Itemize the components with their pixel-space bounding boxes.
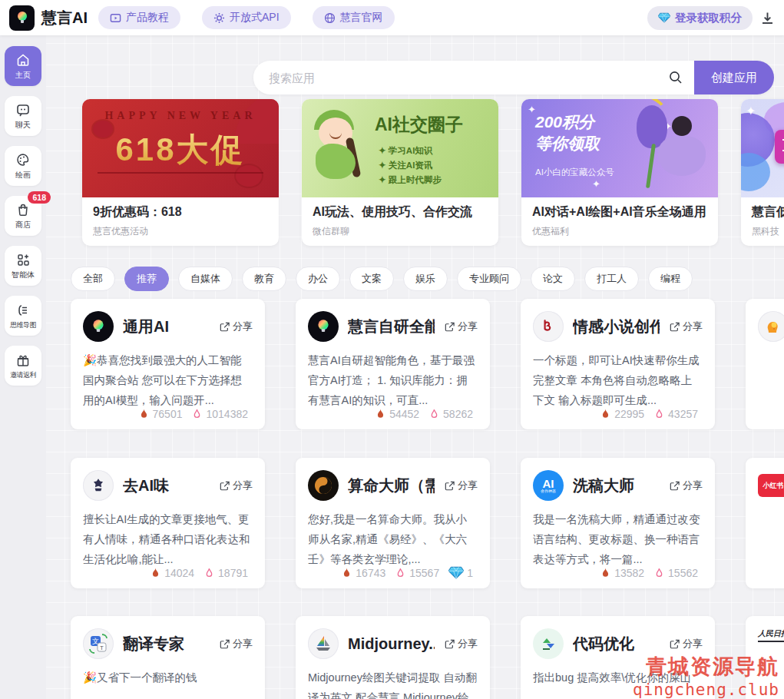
share-button[interactable]: 分享 (669, 479, 703, 492)
nav-label: 慧言官网 (340, 11, 383, 25)
ai-pen-blue-icon: AI会作神器 (533, 470, 564, 501)
banner-row: HAPPY NEW YEAR 618大促 9折优惠码：618 慧言优惠活动 AI… (71, 99, 784, 246)
nav-product-tutorial[interactable]: 产品教程 (98, 6, 180, 29)
app-card-partial[interactable]: 人民日报 (746, 616, 784, 699)
banner-618-image: HAPPY NEW YEAR 618大促 (82, 99, 279, 197)
app-title: 通用AI (123, 316, 210, 337)
share-button[interactable]: 分享 (444, 479, 478, 492)
top-header: 慧言AI 产品教程 开放式API 慧言官网 登录获取积分 (0, 0, 784, 35)
sidebar-item-home[interactable]: 主页 (5, 46, 41, 86)
banner-partial[interactable]: ✦ 慧言低 黑科技 (741, 99, 784, 246)
banner-image-title: 618大促 (82, 128, 279, 171)
banner-618-sale[interactable]: HAPPY NEW YEAR 618大促 9折优惠码：618 慧言优惠活动 (82, 99, 279, 246)
app-card-rewrite-master[interactable]: AI会作神器 洗稿大师 分享 我是一名洗稿大师，精通通过改变语言结构、更改标题、… (521, 458, 715, 588)
rainbow-bulb-icon (83, 311, 114, 342)
download-icon (760, 11, 775, 25)
banner-caption: 慧言低 (752, 204, 784, 220)
share-button[interactable]: 分享 (219, 479, 253, 492)
tab-thesis[interactable]: 论文 (531, 267, 575, 291)
sidebar-item-label: 智能体 (12, 270, 35, 280)
shop-618-badge: 618 (28, 191, 51, 204)
app-grid-row: 去AI味 分享 擅长让AI生成的文章更接地气、更有人情味，精通各种口语化表达和生… (71, 458, 784, 588)
translate-icon: 文 T (83, 628, 114, 659)
tab-all[interactable]: 全部 (71, 267, 115, 291)
tab-consultant[interactable]: 专业顾问 (457, 267, 521, 291)
sidebar-item-referral[interactable]: 邀请返利 (5, 346, 41, 386)
app-card-translate-expert[interactable]: 文 T 翻译专家 分享 🎉又省下一个翻译的钱 (71, 616, 265, 699)
sidebar-item-shop[interactable]: 618 商店 (5, 196, 41, 236)
app-card-fortune-teller[interactable]: 算命大师（需... 分享 您好,我是一名算命大师。我从小师从名家,精通《易经》、… (296, 458, 490, 588)
banner-image-subtitle: AI小白的宝藏公众号 (535, 167, 614, 178)
app-card-huiyan-omni[interactable]: 慧言自研全能... 分享 慧言AI自研超智能角色，基于最强官方AI打造； 1. … (296, 299, 490, 429)
sidebar-item-chat[interactable]: 聊天 (5, 96, 41, 136)
share-label: 分享 (233, 320, 253, 333)
gift-icon (15, 353, 31, 368)
tab-copywriting[interactable]: 文案 (349, 267, 394, 291)
brand-title: 慧言AI (41, 8, 88, 28)
tab-entertainment[interactable]: 娱乐 (403, 267, 448, 291)
tab-recommended[interactable]: 推荐 (124, 267, 169, 291)
sidebar-item-agents[interactable]: 智能体 (5, 246, 41, 286)
sidebar-item-draw[interactable]: 绘画 (5, 146, 41, 186)
login-get-points-button[interactable]: 登录获取积分 (647, 6, 753, 30)
tutorial-video-icon (110, 12, 121, 24)
red-heart-logo-icon (533, 311, 564, 342)
share-button[interactable]: 分享 (444, 637, 478, 651)
app-stats: 13582 15562 (600, 567, 704, 579)
app-card-de-ai-flavor[interactable]: 去AI味 分享 擅长让AI生成的文章更接地气、更有人情味，精通各种口语化表达和生… (71, 458, 265, 588)
tab-selfmedia[interactable]: 自媒体 (178, 267, 233, 291)
banner-image-subtitle: HAPPY NEW YEAR (82, 110, 279, 122)
idea-head-icon (758, 311, 784, 342)
create-app-button[interactable]: 创建应用 (694, 61, 774, 94)
app-title: 慧言自研全能... (348, 316, 435, 337)
share-button[interactable]: 分享 (219, 637, 253, 651)
app-card-midjourney[interactable]: Midjourney... 分享 Midjourney绘图关键词提取 自动翻译为… (296, 616, 490, 699)
login-label: 登录获取积分 (675, 11, 742, 25)
share-label: 分享 (458, 637, 478, 651)
heat-flame-icon (150, 567, 161, 579)
app-description: 指出bug 提高效率\优化你的屎山 (533, 668, 703, 688)
app-description: 慧言AI自研超智能角色，基于最强官方AI打造； 1. 知识库能力：拥有慧言AI的… (308, 351, 478, 410)
download-button[interactable] (760, 11, 775, 25)
banner-social-image: AI社交圈子 ✦ 学习AI知识 ✦ 关注AI资讯 ✦ 跟上时代脚步 (302, 99, 498, 197)
app-card-emotion-novel[interactable]: 情感小说创作 分享 一个标题，即可让AI快速帮你生成完整文章 本角色将自动忽略略… (521, 299, 715, 429)
banner-200-points[interactable]: ✦ ✦ ✦ 200积分 等你领取 AI小白的宝藏公众号 AI对话+AI绘图+AI… (521, 99, 718, 246)
search-input[interactable] (253, 61, 668, 94)
share-button[interactable]: 分享 (444, 320, 478, 333)
calligraphy-newspaper-logo: 人民日报 (758, 628, 784, 642)
tab-education[interactable]: 教育 (242, 267, 286, 291)
app-title: 翻译专家 (123, 634, 210, 654)
app-title: 代码优化 (573, 634, 660, 654)
search-icon (668, 70, 683, 85)
nav-official-site[interactable]: 慧言官网 (313, 6, 395, 29)
share-button[interactable]: 分享 (669, 637, 703, 651)
tab-coding[interactable]: 编程 (648, 267, 693, 291)
app-description: 您好,我是一名算命大师。我从小师从名家,精通《易经》、《大六壬》等各类玄学理论,… (308, 510, 478, 569)
agents-grid-icon (15, 252, 31, 267)
search-submit[interactable] (668, 61, 694, 94)
app-title: 算命大师（需... (348, 475, 435, 496)
diamond-icon (658, 12, 670, 23)
sidebar-item-label: 主页 (15, 70, 31, 81)
app-card-general-ai[interactable]: 通用AI 分享 🎉恭喜您找到最强大的人工智能国内聚合站 您可以在下方选择想用的A… (71, 299, 265, 429)
app-logo (9, 5, 35, 31)
app-card-partial[interactable] (746, 299, 784, 429)
sidebar-item-mindmap[interactable]: 思维导图 (5, 296, 41, 336)
banner-ai-social-circle[interactable]: AI社交圈子 ✦ 学习AI知识 ✦ 关注AI资讯 ✦ 跟上时代脚步 AI玩法、使… (302, 99, 498, 246)
tab-worker[interactable]: 打工人 (584, 267, 639, 291)
app-card-partial[interactable]: 小红书 (746, 458, 784, 588)
sidebar-item-label: 聊天 (15, 120, 31, 131)
shop-bag-icon (15, 202, 31, 217)
tab-office[interactable]: 办公 (296, 267, 340, 291)
sidebar-item-label: 思维导图 (10, 320, 36, 330)
share-icon (669, 321, 680, 333)
heat-flame-outline-icon (395, 567, 406, 579)
app-card-code-optimize[interactable]: 代码优化 分享 指出bug 提高效率\优化你的屎山 (521, 616, 715, 699)
app-description: 一个标题，即可让AI快速帮你生成完整文章 本角色将自动忽略略上下文 输入标题即可… (533, 351, 703, 410)
share-button[interactable]: 分享 (219, 320, 253, 333)
share-button[interactable]: 分享 (669, 320, 703, 333)
svg-text:T: T (100, 644, 104, 651)
nav-open-api[interactable]: 开放式API (202, 6, 291, 29)
app-title: 去AI味 (123, 475, 210, 496)
app-title: 洗稿大师 (573, 475, 660, 496)
